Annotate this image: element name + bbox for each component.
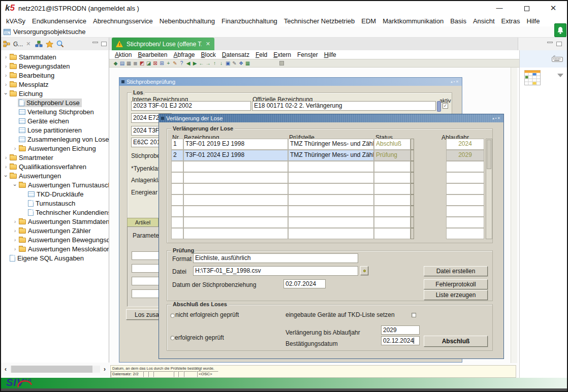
tree-item-qualifikationsverfahren[interactable]: ›Qualifikationsverfahren <box>1 162 109 171</box>
status-dropdown-icon[interactable] <box>411 217 414 228</box>
enter-query-icon[interactable]: ◩ <box>139 60 145 67</box>
keyboard-icon[interactable] <box>552 55 563 62</box>
menu-endkundenservice[interactable]: Endkundenservice <box>29 16 90 26</box>
status-dropdown-icon[interactable] <box>411 172 414 183</box>
cell-ablaufjahr[interactable] <box>446 206 484 217</box>
window-list-icon[interactable]: ❖ <box>238 60 244 67</box>
tkd-checkbox[interactable] <box>412 313 416 317</box>
cell-bezeichnung[interactable] <box>183 206 288 217</box>
cell-pruefstelle[interactable]: TMZ Thüringer Mess- und Zähl <box>288 139 374 150</box>
tree-item-lose-partitionieren[interactable]: Lose partitionieren <box>1 125 109 135</box>
next-block-icon[interactable]: ▶ <box>192 60 198 67</box>
tree-expander-icon[interactable]: › <box>12 219 18 224</box>
tree-item-stammdaten[interactable]: ›Stammdaten <box>1 52 109 61</box>
tree-expander-icon[interactable]: › <box>12 246 18 252</box>
tree-item-turnustausch[interactable]: Turnustausch <box>1 199 109 208</box>
cell-nr[interactable] <box>171 183 183 194</box>
tree-item-messplatz[interactable]: ›Messplatz <box>1 80 109 89</box>
tree-expander-icon[interactable]: › <box>3 164 9 170</box>
cell-bezeichnung[interactable] <box>183 194 288 206</box>
count-hits-icon[interactable]: ⊞ <box>159 60 165 67</box>
scrollbar-thumb[interactable] <box>11 366 92 373</box>
cancel-query-icon[interactable]: ⊠ <box>152 60 159 67</box>
tree-item-bewegungsdaten[interactable]: ›Bewegungsdaten <box>1 61 109 71</box>
scrollbar-track[interactable] <box>10 366 100 373</box>
forms-menu-feld[interactable]: Feld <box>253 51 270 58</box>
menu-marktkommunikation[interactable]: Marktkommunikation <box>380 16 447 26</box>
abschluss-button[interactable]: Abschluß <box>424 336 488 347</box>
tree-expander-icon[interactable]: › <box>3 73 9 78</box>
table-row-empty[interactable] <box>171 194 484 206</box>
liste-erzeugen-button[interactable]: Liste erzeugen <box>424 290 488 300</box>
field-offizielle-bezeichnung[interactable]: E18 00171 02-2 2. Verlängerung <box>252 101 436 111</box>
status-dropdown-icon[interactable] <box>411 183 414 194</box>
cell-pruefstelle[interactable] <box>288 183 374 194</box>
previous-record-icon[interactable]: ← <box>198 60 205 67</box>
table-row-empty[interactable] <box>171 172 484 183</box>
cell-ablaufjahr[interactable] <box>446 194 484 206</box>
cell-ablaufjahr[interactable] <box>446 217 484 228</box>
tree-item-auswertungen-zähler[interactable]: ›Auswertungen Zähler <box>1 226 109 235</box>
forms-menu-hilfe[interactable]: Hilfe <box>321 51 339 58</box>
print-icon[interactable]: ▦ <box>125 60 132 67</box>
table-row-empty[interactable] <box>171 217 484 228</box>
cell-pruefstelle[interactable] <box>288 194 374 206</box>
tree-item-eigene-sql-ausgaben[interactable]: Eigene SQL Ausgaben <box>1 253 109 263</box>
tree-expander-icon[interactable]: › <box>3 155 9 160</box>
list-of-values-icon[interactable]: ▣ <box>225 60 231 67</box>
tree-expander-icon[interactable]: › <box>12 237 18 243</box>
cell-nr[interactable] <box>171 172 183 183</box>
dialog-controls-icon[interactable]: ▴▪✕ <box>492 116 501 120</box>
table-row-empty[interactable] <box>171 161 484 172</box>
cell-bezeichnung[interactable] <box>183 228 288 239</box>
tree-item-technischer-kundendienst[interactable]: Technischer Kundendienst <box>1 208 109 217</box>
cell-bezeichnung[interactable] <box>183 172 288 183</box>
table-row-empty[interactable] <box>171 183 484 194</box>
radio-nicht-erfolgreich[interactable] <box>170 313 175 318</box>
notification-bell-icon[interactable] <box>554 23 566 37</box>
menu-ansicht[interactable]: Ansicht <box>470 16 498 26</box>
record-down-icon[interactable]: ↓ <box>218 60 225 67</box>
tree-expander-icon[interactable]: › <box>12 228 18 234</box>
menu-technischer-netzbetrieb[interactable]: Technischer Netzbetrieb <box>281 16 358 26</box>
panel-maximize-icon[interactable] <box>101 42 107 46</box>
cell-ablaufjahr[interactable] <box>446 161 484 172</box>
tree-item-geräte-eichen[interactable]: Geräte eichen <box>1 116 109 125</box>
fehlerprotokoll-button[interactable]: Fehlerprotokoll <box>424 279 488 289</box>
tree-item-zusammenlegung-von-losen[interactable]: Zusammenlegung von Losen <box>1 135 109 144</box>
forms-menu-datensatz[interactable]: Datensatz <box>219 51 253 58</box>
cell-status[interactable] <box>374 206 411 217</box>
menu-nebenbuchhaltung[interactable]: Nebenbuchhaltung <box>156 16 218 26</box>
status-dropdown-icon[interactable] <box>411 206 414 217</box>
cell-nr[interactable] <box>171 194 183 206</box>
verlaengerung-jahr-input[interactable]: 2029 <box>381 325 420 335</box>
edit-field-icon[interactable]: ✎ <box>231 60 238 67</box>
cell-status[interactable] <box>374 217 411 228</box>
cell-pruefstelle[interactable] <box>288 172 374 183</box>
cell-bezeichnung[interactable] <box>183 161 288 172</box>
help-icon[interactable]: ? <box>178 60 185 67</box>
right-panel-minimize-icon[interactable] <box>547 42 553 43</box>
record-scrollbar[interactable] <box>437 101 441 112</box>
tree-item-smartmeter[interactable]: ›Smartmeter <box>1 153 109 162</box>
left-tab-close-icon[interactable]: ✕ <box>26 41 30 47</box>
cell-bezeichnung[interactable]: T3F-01 2019 EJ 1998 <box>183 139 288 150</box>
panel-minimize-icon[interactable] <box>92 42 98 43</box>
tab-stichproben-lose[interactable]: Stichproben/ Lose (offene T... ✕ <box>112 38 214 50</box>
tab-artikel[interactable]: Artikel <box>127 218 159 226</box>
cell-status[interactable]: Prüfung <box>374 150 411 161</box>
tree-item-auswertungen-messlokatione[interactable]: ›Auswertungen Messlokatione <box>1 244 109 253</box>
forms-menu-bearbeiten[interactable]: Bearbeiten <box>135 51 170 58</box>
tree-item-stichproben-lose[interactable]: Stichproben/ Lose <box>1 98 109 107</box>
tree-item-auswertungen-turnustausch[interactable]: ›Auswertungen Turnustausch <box>1 180 109 189</box>
cell-status[interactable] <box>374 183 411 194</box>
tree-expander-icon[interactable]: › <box>3 54 9 60</box>
cell-status[interactable] <box>374 228 411 239</box>
cell-nr[interactable]: 2 <box>171 150 183 161</box>
table-row-empty[interactable] <box>171 206 484 217</box>
table-row-empty[interactable] <box>171 228 484 239</box>
tree-item-auswertungen[interactable]: ›Auswertungen <box>1 171 109 180</box>
cell-ablaufjahr[interactable] <box>446 183 484 194</box>
cell-ablaufjahr[interactable] <box>446 172 484 183</box>
menu-hilfe[interactable]: Hilfe <box>523 16 543 26</box>
